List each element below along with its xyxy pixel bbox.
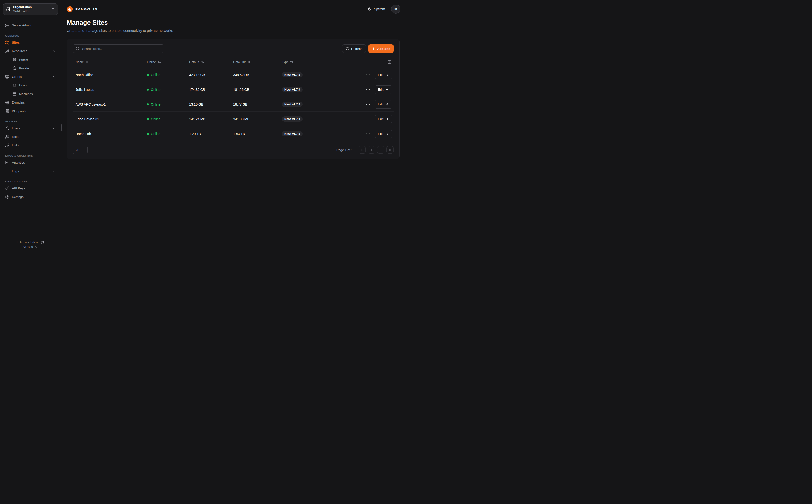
arrow-right-icon xyxy=(385,102,389,106)
sidebar-item-clients[interactable]: Clients xyxy=(3,72,58,81)
next-page-button[interactable] xyxy=(377,146,384,154)
site-name: AWS VPC us-east-1 xyxy=(73,102,144,106)
status-badge: Online xyxy=(147,117,160,121)
column-header-online[interactable]: Online xyxy=(144,60,186,64)
sites-table: Name Online Data In Data Out xyxy=(73,57,394,141)
window-scrollbar[interactable] xyxy=(401,18,401,252)
edit-button[interactable]: Edit xyxy=(375,71,392,79)
arrow-right-icon xyxy=(385,73,389,76)
data-out-value: 349.62 DB xyxy=(230,73,279,77)
sidebar-item-users[interactable]: Users xyxy=(3,124,58,132)
add-site-button[interactable]: Add Site xyxy=(368,44,394,53)
column-header-data-in[interactable]: Data In xyxy=(186,60,230,64)
sidebar-item-links[interactable]: Links xyxy=(3,141,58,150)
data-out-value: 1.53 TB xyxy=(230,132,279,136)
sidebar-item-client-users[interactable]: Users xyxy=(8,81,58,90)
brand[interactable]: PANGOLIN xyxy=(67,6,98,12)
last-page-button[interactable] xyxy=(386,146,394,154)
server-icon xyxy=(13,92,16,96)
first-page-button[interactable] xyxy=(359,146,366,154)
table-row: North Office Online 423.13 GB 349.62 DB … xyxy=(73,67,394,82)
data-in-value: 1.20 TB xyxy=(186,132,230,136)
column-header-data-out[interactable]: Data Out xyxy=(230,60,279,64)
sidebar-item-blueprints[interactable]: Blueprints xyxy=(3,107,58,115)
row-menu-button[interactable]: ⋯ xyxy=(365,101,372,108)
sidebar-item-api-keys[interactable]: API Keys xyxy=(3,184,58,192)
chevron-up-icon xyxy=(52,49,56,53)
page-title: Manage Sites xyxy=(67,19,400,26)
site-name: Jeff's Laptop xyxy=(73,88,144,91)
row-menu-button[interactable]: ⋯ xyxy=(365,86,372,93)
column-header-name[interactable]: Name xyxy=(73,60,144,64)
data-out-value: 181.26 GB xyxy=(230,88,279,91)
sidebar-item-roles[interactable]: Roles xyxy=(3,132,58,141)
chevron-right-icon xyxy=(379,148,383,152)
edit-button[interactable]: Edit xyxy=(375,130,392,138)
sort-icon xyxy=(247,60,250,64)
main-area: PANGOLIN System M Manage Sites Create an… xyxy=(61,0,406,252)
data-in-value: 13.10 GB xyxy=(186,102,230,106)
theme-label: System xyxy=(374,7,385,11)
section-label-general: GENERAL xyxy=(3,34,58,37)
table-row: Edge Device 01 Online 144.24 MB 341.93 M… xyxy=(73,111,394,126)
version-link[interactable]: v1.13.0 xyxy=(0,245,61,249)
row-menu-button[interactable]: ⋯ xyxy=(365,71,372,78)
sort-icon xyxy=(158,60,161,64)
avatar[interactable]: M xyxy=(391,5,400,14)
type-badge: Newt v1.7.0 xyxy=(282,72,303,77)
sidebar-item-server-admin[interactable]: Server Admin xyxy=(3,21,58,30)
arrow-right-icon xyxy=(385,132,389,136)
edit-button[interactable]: Edit xyxy=(375,100,392,109)
sort-icon xyxy=(290,60,293,64)
sidebar-item-public[interactable]: Public xyxy=(8,55,58,64)
page-size-select[interactable]: 20 xyxy=(73,146,88,154)
list-icon xyxy=(5,169,9,173)
data-out-value: 341.93 MB xyxy=(230,117,279,121)
sidebar-item-sites[interactable]: Sites xyxy=(3,38,58,47)
sites-card: Refresh Add Site Name Online xyxy=(67,39,400,159)
sidebar-item-private[interactable]: Private xyxy=(8,64,58,72)
row-menu-button[interactable]: ⋯ xyxy=(365,116,372,122)
organization-selector[interactable]: Organization ACME Corp. xyxy=(3,3,58,15)
sidebar-item-settings[interactable]: Settings xyxy=(3,192,58,201)
link-icon xyxy=(5,143,9,147)
previous-page-button[interactable] xyxy=(368,146,375,154)
refresh-icon xyxy=(346,47,349,50)
data-out-value: 18.77 GB xyxy=(230,102,279,106)
key-icon xyxy=(5,186,9,190)
sidebar-item-logs[interactable]: Logs xyxy=(3,167,58,175)
edition-link[interactable]: Enterprise Edition xyxy=(0,241,61,244)
table-row: Jeff's Laptop Online 174.30 GB 181.26 GB… xyxy=(73,82,394,97)
edit-button[interactable]: Edit xyxy=(375,85,392,94)
theme-toggle[interactable]: System xyxy=(368,7,385,11)
sidebar-item-domains[interactable]: Domains xyxy=(3,98,58,107)
pagination: 20 Page 1 of 1 xyxy=(73,146,394,154)
sidebar-item-machines[interactable]: Machines xyxy=(8,90,58,98)
status-badge: Online xyxy=(147,88,160,91)
search-input[interactable] xyxy=(82,47,161,51)
column-header-type[interactable]: Type xyxy=(279,60,338,64)
sidebar-nav: Server Admin GENERAL Sites Resources Pub… xyxy=(3,21,58,201)
refresh-button[interactable]: Refresh xyxy=(342,44,366,53)
status-badge: Online xyxy=(147,73,160,77)
sidebar: Organization ACME Corp. Server Admin GEN… xyxy=(0,0,61,252)
online-dot-icon xyxy=(147,118,149,120)
column-visibility-button[interactable] xyxy=(387,60,392,65)
arrow-right-icon xyxy=(385,88,389,91)
table-header-row: Name Online Data In Data Out xyxy=(73,57,394,67)
chevron-up-icon xyxy=(52,75,56,79)
online-dot-icon xyxy=(147,133,149,135)
organization-name: ACME Corp. xyxy=(13,9,49,13)
building-icon xyxy=(6,7,10,11)
sidebar-item-analytics[interactable]: Analytics xyxy=(3,158,58,167)
data-in-value: 423.13 GB xyxy=(186,73,230,77)
globe-icon xyxy=(5,101,9,105)
type-badge: Newt v1.7.0 xyxy=(282,131,303,136)
brand-name: PANGOLIN xyxy=(75,7,98,11)
section-label-access: ACCESS xyxy=(3,120,58,123)
toolbar: Refresh Add Site xyxy=(73,44,394,53)
sidebar-item-resources[interactable]: Resources xyxy=(3,47,58,55)
organization-label: Organization xyxy=(13,5,49,9)
row-menu-button[interactable]: ⋯ xyxy=(365,130,372,137)
edit-button[interactable]: Edit xyxy=(375,115,392,123)
